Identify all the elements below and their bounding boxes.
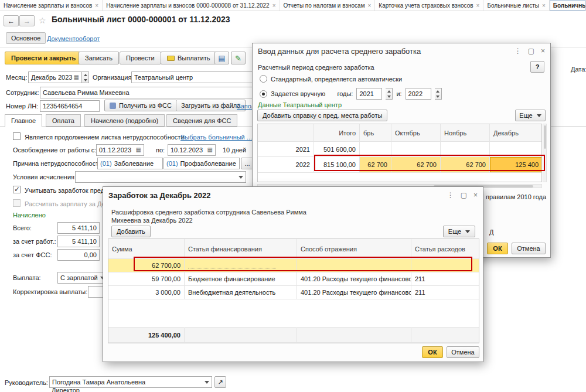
- close-tab-icon[interactable]: ×: [542, 2, 546, 9]
- cell-sum[interactable]: 3 000,00: [108, 286, 185, 299]
- calc-salary-checkbox[interactable]: [13, 199, 21, 207]
- table-row[interactable]: 3 000,00 Внебюджетная деятельность 401.2…: [108, 286, 479, 299]
- journal-list-icon[interactable]: ▤: [214, 52, 229, 64]
- back-button[interactable]: ←: [4, 15, 19, 26]
- continuation-checkbox[interactable]: [13, 132, 21, 140]
- employer-part-field[interactable]: 5 411,10: [57, 236, 100, 247]
- cell-month-highlighted[interactable]: 62 700: [391, 157, 441, 173]
- cell-total[interactable]: 815 100,00: [314, 157, 360, 173]
- close-tab-icon[interactable]: ×: [95, 2, 98, 9]
- employee-field[interactable]: Савельева Римма Михеевна: [40, 87, 275, 98]
- payment-combo[interactable]: С зарплатой: [57, 272, 108, 284]
- chevron-down-icon[interactable]: [239, 176, 243, 179]
- table-row[interactable]: 59 700,00 Бюджетное финансирование 401.2…: [108, 272, 479, 286]
- cell-reflection-method[interactable]: 401.20 Расходы текущего финансового...: [297, 286, 411, 299]
- maximize-icon[interactable]: ▢: [528, 47, 534, 55]
- cell-month[interactable]: [391, 142, 441, 157]
- cell-month[interactable]: [360, 142, 391, 157]
- cell-year[interactable]: 2022: [258, 157, 314, 173]
- post-and-close-button[interactable]: Провести и закрыть: [5, 52, 82, 64]
- manager-combo[interactable]: Погодина Тамара Анатольевна: [49, 376, 212, 388]
- more-actions-button[interactable]: Еще: [515, 110, 546, 121]
- edit-pencil-icon[interactable]: ✎: [231, 52, 246, 64]
- tab-general[interactable]: Главное: [5, 114, 42, 127]
- cell-financing-item[interactable]: Бюджетное финансирование: [185, 272, 297, 286]
- tab-main-section[interactable]: Основное: [6, 32, 46, 44]
- window-tab-payroll-list[interactable]: Начисление зарплаты и взносов ×: [0, 0, 103, 11]
- calendar-icon[interactable]: ▦: [136, 147, 141, 153]
- cell-month-highlighted[interactable]: 62 700: [360, 157, 391, 173]
- add-certificate-button[interactable]: Добавить справку с пред. места работы: [257, 110, 387, 121]
- year-from-spinner[interactable]: [386, 88, 393, 100]
- prev-employers-checkbox[interactable]: [13, 186, 21, 193]
- get-from-fss-button[interactable]: Получить из ФСС: [104, 100, 177, 111]
- close-tab-icon[interactable]: ×: [272, 2, 276, 9]
- close-icon[interactable]: ×: [541, 47, 545, 55]
- year-to-spinner[interactable]: [435, 88, 442, 100]
- vertical-scrollbar[interactable]: [543, 124, 547, 182]
- ln-number-field[interactable]: 12354654654: [40, 100, 100, 112]
- reason-field-2[interactable]: (01) Профзаболевание: [163, 158, 240, 169]
- reason-field-1[interactable]: (01) Заболевание: [97, 158, 163, 169]
- cell-reflection-method[interactable]: 401.20 Расходы текущего финансового...: [297, 272, 411, 286]
- date-from-field[interactable]: 01.12.2023 ▦: [96, 144, 144, 156]
- cell-sum[interactable]: 62 700,00: [108, 259, 185, 272]
- close-tab-icon[interactable]: ×: [476, 2, 480, 9]
- radio-standard-period[interactable]: [260, 75, 267, 83]
- ok-button[interactable]: ОК: [422, 346, 443, 358]
- cell-year[interactable]: 2021: [258, 142, 314, 157]
- table-row-2022[interactable]: 2022 815 100,00 62 700 62 700 62 700 125…: [258, 157, 541, 173]
- cell-financing-item[interactable]: Внебюджетная деятельность: [185, 286, 297, 299]
- post-button[interactable]: Провести: [120, 52, 161, 64]
- month-field[interactable]: Декабрь 2023 ▦: [28, 71, 82, 83]
- tab-payment[interactable]: Оплата: [46, 114, 81, 127]
- year-to-input[interactable]: 2022: [406, 88, 431, 100]
- radio-manual-period[interactable]: [260, 90, 267, 98]
- cell-financing-item[interactable]: [185, 259, 297, 272]
- total-field[interactable]: 5 411,10: [57, 222, 100, 234]
- window-tab-tax-reports[interactable]: Отчеты по налогам и взносам ×: [280, 0, 376, 11]
- pay-button[interactable]: Выплатить: [161, 52, 216, 64]
- load-from-file-button[interactable]: Загрузить из файла: [176, 100, 246, 111]
- cell-expense-item[interactable]: 211: [411, 286, 479, 299]
- cancel-button[interactable]: Отмена: [512, 243, 546, 254]
- open-manager-button[interactable]: ↗: [214, 376, 226, 388]
- chevron-down-icon[interactable]: [205, 381, 209, 384]
- cell-expense-item[interactable]: [411, 259, 479, 272]
- more-menu-icon[interactable]: ⋮: [515, 47, 522, 55]
- cell-month[interactable]: [490, 142, 542, 157]
- close-tab-icon[interactable]: ×: [368, 2, 372, 9]
- calendar-icon[interactable]: ▦: [207, 147, 213, 153]
- calendar-icon[interactable]: ▦: [74, 74, 79, 80]
- cancel-button[interactable]: Отмена: [447, 346, 479, 358]
- window-tab-payroll-doc[interactable]: Начисление зарплаты и взносов 0000-00000…: [103, 0, 280, 11]
- cell-total[interactable]: 501 600,00: [314, 142, 360, 157]
- tab-accrued-detail[interactable]: Начислено (подробно): [84, 114, 165, 127]
- conditions-combo[interactable]: [75, 171, 246, 183]
- add-row-button[interactable]: Добавить: [111, 226, 151, 237]
- table-row-2021[interactable]: 2021 501 600,00: [258, 142, 541, 157]
- close-icon[interactable]: ×: [473, 191, 478, 199]
- favorite-star-icon[interactable]: ☆: [39, 16, 46, 25]
- window-tab-sick-leaves[interactable]: Больничные листы ×: [483, 0, 549, 11]
- month-spinner[interactable]: [82, 71, 89, 83]
- cell-month[interactable]: [441, 142, 490, 157]
- cell-sum[interactable]: 59 700,00: [108, 272, 185, 286]
- forward-button[interactable]: →: [19, 15, 35, 26]
- window-tab-sick-leave-doc[interactable]: Больничный лист 0000-0 ×: [550, 0, 586, 11]
- table-row-selected[interactable]: 62 700,00: [108, 259, 479, 272]
- window-tab-insurance-card[interactable]: Карточка учета страховых взносов ×: [375, 0, 483, 11]
- help-button[interactable]: ?: [530, 61, 544, 73]
- cell-month-selected[interactable]: 125 400: [490, 157, 542, 173]
- earnings-by-month-table[interactable]: Итого брь Октябрь Ноябрь Декабрь 2021 50…: [257, 124, 542, 182]
- maximize-icon[interactable]: ▢: [461, 191, 467, 199]
- scrollbar-thumb[interactable]: [544, 125, 546, 149]
- earnings-breakdown-table[interactable]: Сумма Статья финансирования Способ отраж…: [108, 238, 479, 343]
- tab-fss-info[interactable]: Сведения для ФСС: [166, 114, 237, 127]
- fss-part-field[interactable]: 0,00: [57, 249, 100, 261]
- year-from-input[interactable]: 2021: [356, 88, 382, 100]
- cell-month-highlighted[interactable]: 62 700: [441, 157, 490, 173]
- docflow-link[interactable]: Документооборот: [47, 35, 100, 42]
- cell-expense-item[interactable]: 211: [411, 272, 479, 286]
- choose-sick-leave-link[interactable]: Выбрать больничный ...: [180, 134, 252, 141]
